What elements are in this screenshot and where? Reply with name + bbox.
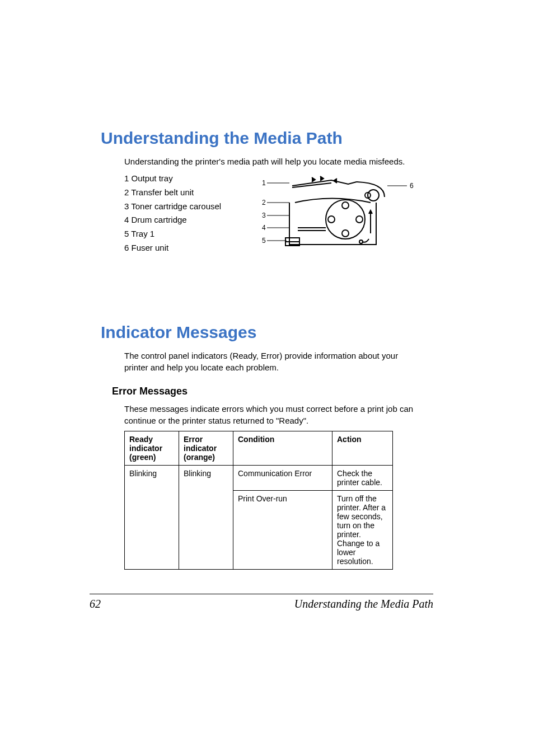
cell-error: Blinking	[179, 466, 233, 570]
col-action: Action	[332, 431, 393, 466]
media-path-list: 1 Output tray 2 Transfer belt unit 3 Ton…	[124, 172, 247, 255]
cell-action: Turn off the printer. After a few second…	[332, 491, 393, 570]
svg-point-11	[342, 230, 349, 237]
cell-condition: Communication Error	[233, 466, 332, 491]
cell-ready: Blinking	[125, 466, 179, 570]
page-number: 62	[90, 598, 101, 611]
col-error: Error indicator (orange)	[179, 431, 233, 466]
svg-point-15	[359, 240, 363, 243]
table-header-row: Ready indicator (green) Error indicator …	[125, 431, 393, 466]
diagram-label-6: 6	[410, 182, 414, 190]
intro-indicator-messages: The control panel indicators (Ready, Err…	[124, 350, 415, 373]
svg-point-6	[368, 190, 379, 201]
list-item: 4 Drum cartridge	[124, 213, 247, 227]
col-condition: Condition	[233, 431, 332, 466]
diagram-label-1: 1	[262, 179, 266, 187]
list-item: 6 Fuser unit	[124, 241, 247, 255]
diagram-label-3: 3	[262, 212, 266, 219]
diagram-label-2: 2	[262, 199, 266, 206]
cell-condition: Print Over-run	[233, 491, 332, 570]
svg-point-10	[356, 216, 363, 223]
svg-point-8	[326, 200, 365, 239]
intro-media-path: Understanding the printer's media path w…	[124, 156, 415, 167]
diagram-label-4: 4	[262, 224, 266, 232]
heading-media-path: Understanding the Media Path	[101, 129, 433, 148]
svg-point-9	[342, 202, 349, 209]
media-path-content: 1 Output tray 2 Transfer belt unit 3 Ton…	[124, 172, 433, 261]
intro-error-messages: These messages indicate errors which you…	[124, 403, 415, 426]
error-messages-table: Ready indicator (green) Error indicator …	[124, 431, 393, 570]
list-item: 2 Transfer belt unit	[124, 186, 247, 200]
table-row: Blinking Blinking Communication Error Ch…	[125, 466, 393, 491]
diagram-label-5: 5	[262, 237, 266, 245]
subheading-error-messages: Error Messages	[112, 386, 433, 397]
heading-indicator-messages: Indicator Messages	[101, 323, 433, 342]
media-path-diagram: 1 2 3 4 5 6	[259, 172, 415, 261]
footer-title: Understanding the Media Path	[294, 598, 433, 611]
page: Understanding the Media Path Understandi…	[0, 0, 534, 756]
svg-point-12	[328, 216, 335, 223]
col-ready: Ready indicator (green)	[125, 431, 179, 466]
list-item: 1 Output tray	[124, 172, 247, 186]
cell-action: Check the printer cable.	[332, 466, 393, 491]
list-item: 3 Toner cartridge carousel	[124, 200, 247, 214]
list-item: 5 Tray 1	[124, 227, 247, 241]
page-footer: 62 Understanding the Media Path	[90, 594, 433, 611]
